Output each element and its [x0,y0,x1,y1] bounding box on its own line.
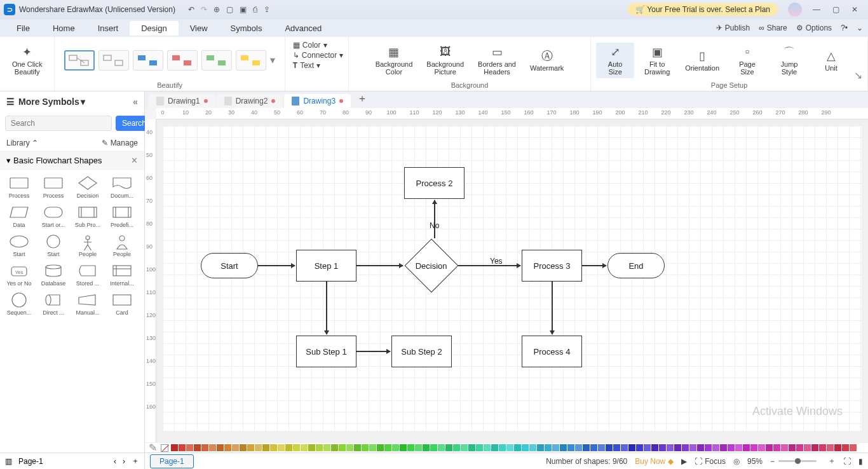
color-swatch[interactable] [354,444,361,451]
color-swatch[interactable] [240,444,247,451]
color-swatch[interactable] [720,444,727,451]
shape-stencil[interactable]: Process [38,173,69,199]
color-swatch[interactable] [697,444,704,451]
color-swatch[interactable] [247,444,254,451]
shape-stencil[interactable]: Data [4,203,34,228]
color-swatch[interactable] [606,444,613,451]
color-dropdown[interactable]: ▦ Color ▾ [293,41,343,50]
one-click-beautify-button[interactable]: ✦ One Click Beautify [7,43,48,78]
export-icon[interactable]: ⇪ [264,5,270,14]
connector-dropdown[interactable]: ↳ Connector ▾ [293,51,343,60]
edge[interactable] [552,282,553,334]
color-swatch[interactable] [598,444,605,451]
color-swatch[interactable] [430,444,437,451]
color-swatch[interactable] [621,444,628,451]
color-swatch[interactable] [705,444,712,451]
color-swatch[interactable] [232,444,239,451]
color-swatch[interactable] [750,444,757,451]
edge[interactable] [582,265,606,266]
color-swatch[interactable] [842,444,849,451]
close-category-icon[interactable]: ✕ [131,156,138,165]
color-swatch[interactable] [728,444,735,451]
theme-style-2[interactable] [98,50,129,71]
zoom-in-icon[interactable]: ＋ [828,456,836,466]
color-swatch[interactable] [484,444,491,451]
color-swatch[interactable] [644,444,651,451]
borders-headers-button[interactable]: ▭Borders and Headers [473,43,521,78]
color-swatch[interactable] [301,444,308,451]
color-swatch[interactable] [522,444,529,451]
buy-now-link[interactable]: Buy Now ◆ [635,457,674,466]
color-swatch[interactable] [712,444,719,451]
theme-style-4[interactable] [167,50,198,71]
color-swatch[interactable] [674,444,681,451]
color-swatch[interactable] [491,444,498,451]
color-swatch[interactable] [529,444,536,451]
unit-button[interactable]: △Unit [812,46,850,74]
shape-stencil[interactable]: Stored ... [72,261,103,287]
no-color-swatch[interactable] [161,444,168,452]
color-swatch[interactable] [811,444,818,451]
orientation-button[interactable]: ▯Orientation [680,46,724,74]
pager-add-icon[interactable]: ＋ [132,456,139,466]
undo-icon[interactable]: ↶ [188,5,194,14]
node-decision[interactable]: Decision [405,239,459,293]
shape-stencil[interactable]: Direct ... [38,290,69,316]
theme-style-3[interactable] [133,50,163,71]
color-swatch[interactable] [194,444,201,451]
edge[interactable] [356,351,390,352]
shape-stencil[interactable]: YesYes or No [4,261,34,287]
color-swatch[interactable] [651,444,658,451]
color-swatch[interactable] [575,444,582,451]
page-tab-1[interactable]: Page-1 [150,454,194,468]
library-link[interactable]: Library ⌃ [6,139,38,147]
edge[interactable] [356,265,403,266]
color-swatch[interactable] [407,444,414,451]
shape-stencil[interactable]: Process [4,173,34,199]
node-substep1[interactable]: Sub Step 1 [296,336,356,367]
collapse-panel-icon[interactable]: « [133,97,138,107]
fullscreen-icon[interactable]: ⛶ [843,457,851,466]
tab-drawing3[interactable]: Drawing3 [284,94,351,108]
color-swatch[interactable] [217,444,224,451]
color-swatch[interactable] [377,444,384,451]
menu-design[interactable]: Design [130,21,178,36]
watermark-button[interactable]: ⒶWatermark [525,46,569,74]
node-process2[interactable]: Process 2 [404,167,465,199]
publish-button[interactable]: ✈ Publish [716,24,750,32]
node-step1[interactable]: Step 1 [296,250,356,282]
shape-stencil[interactable]: Sub Pro... [72,203,103,228]
background-color-button[interactable]: ▦Background Color [370,43,418,78]
fit-to-drawing-button[interactable]: ▣Fit to Drawing [638,43,676,78]
color-swatch[interactable] [339,444,346,451]
node-start[interactable]: Start [201,253,258,278]
color-swatch[interactable] [369,444,376,451]
color-swatch[interactable] [179,444,186,451]
color-swatch[interactable] [735,444,742,451]
presentation-icon[interactable]: ▶ [681,457,687,466]
zoom-slider[interactable] [778,460,817,462]
color-swatch[interactable] [323,444,330,451]
pager-prev-icon[interactable]: ‹ [114,457,116,466]
color-swatch[interactable] [667,444,674,451]
color-swatch[interactable] [423,444,430,451]
auto-size-button[interactable]: ⤢Auto Size [596,43,634,78]
color-swatch[interactable] [438,444,445,451]
color-swatch[interactable] [384,444,391,451]
shape-stencil[interactable]: Database [38,261,69,287]
page[interactable]: Start Step 1 Sub Step 1 Sub Step 2 Decis… [163,126,862,431]
tab-drawing1[interactable]: Drawing1 [149,94,215,108]
shape-stencil[interactable]: Internal... [107,261,137,287]
close-button[interactable]: ✕ [845,5,864,14]
theme-style-6[interactable] [236,50,266,71]
color-swatch[interactable] [636,444,643,451]
color-swatch[interactable] [453,444,460,451]
color-swatch[interactable] [400,444,407,451]
color-swatch[interactable] [468,444,475,451]
edge[interactable] [434,200,435,238]
color-swatch[interactable] [628,444,635,451]
color-swatch[interactable] [689,444,696,451]
shape-stencil[interactable]: Card [107,290,137,316]
color-swatch[interactable] [552,444,559,451]
color-swatch[interactable] [613,444,620,451]
